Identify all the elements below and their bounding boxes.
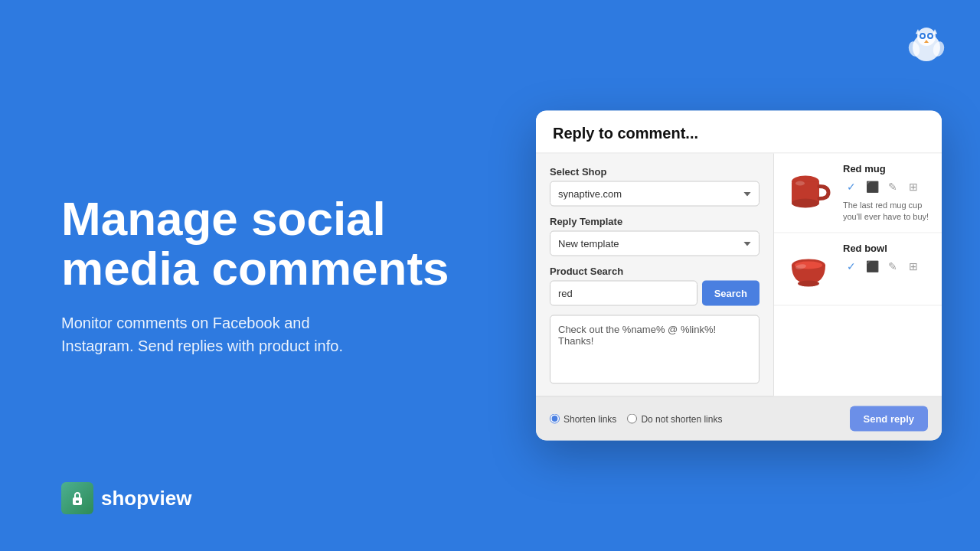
red-mug-image (782, 163, 835, 217)
product-item-red-mug: Red mug ✓ ⬛ ✎ ⊞ The last red mug cup you… (774, 154, 942, 233)
product-search-label: Product Search (550, 266, 760, 277)
search-button[interactable]: Search (702, 281, 760, 306)
svg-point-15 (792, 198, 819, 207)
reply-template-label: Reply Template (550, 216, 760, 227)
product-item-red-bowl: Red bowl ✓ ⬛ ✎ ⊞ (774, 233, 942, 305)
heading-line2: media comments (61, 242, 449, 295)
brand: shopview (61, 482, 191, 514)
dialog-title: Reply to comment... (553, 125, 925, 142)
grid-icon-bowl[interactable]: ⊞ (905, 257, 922, 274)
select-shop-label: Select Shop (550, 166, 760, 178)
copy-icon-bowl[interactable]: ⬛ (864, 257, 880, 274)
reply-template-field: Reply Template New template (550, 216, 760, 256)
product-name-red-bowl: Red bowl (843, 242, 934, 253)
dialog-card: Reply to comment... Select Shop synaptiv… (536, 111, 942, 441)
edit-icon-bowl[interactable]: ✎ (884, 257, 901, 274)
grid-icon-mug[interactable]: ⊞ (905, 178, 922, 195)
shorten-links-label: Shorten links (564, 413, 616, 424)
dialog-header: Reply to comment... (536, 111, 942, 154)
select-shop-dropdown[interactable]: synaptive.com (550, 181, 760, 207)
product-info-red-bowl: Red bowl ✓ ⬛ ✎ ⊞ (843, 242, 934, 279)
no-shorten-links-input[interactable] (627, 414, 637, 424)
check-icon-mug[interactable]: ✓ (843, 178, 860, 195)
no-shorten-links-label: Do not shorten links (641, 413, 722, 424)
product-desc-red-mug: The last red mug cup you'll ever have to… (843, 200, 934, 223)
reply-textarea[interactable]: Check out the %name% @ %link%! Thanks! (550, 315, 760, 384)
copy-icon-mug[interactable]: ⬛ (864, 178, 880, 195)
product-actions-red-mug: ✓ ⬛ ✎ ⊞ (843, 178, 934, 195)
product-search-field: Product Search Search (550, 266, 760, 306)
product-info-red-mug: Red mug ✓ ⬛ ✎ ⊞ The last red mug cup you… (843, 163, 934, 223)
sub-text: Monitor comments on Facebook and Instagr… (61, 311, 383, 357)
shorten-links-radio[interactable]: Shorten links (550, 413, 616, 424)
svg-point-16 (795, 181, 805, 185)
select-shop-field: Select Shop synaptive.com (550, 166, 760, 207)
svg-rect-12 (76, 500, 79, 503)
check-icon-bowl[interactable]: ✓ (843, 257, 860, 274)
product-actions-red-bowl: ✓ ⬛ ✎ ⊞ (843, 257, 934, 274)
main-heading: Manage social media comments (61, 194, 475, 293)
no-shorten-links-radio[interactable]: Do not shorten links (627, 413, 722, 424)
bottom-bar: Shorten links Do not shorten links Send … (536, 396, 942, 441)
form-area: Select Shop synaptive.com Reply Template… (536, 154, 773, 396)
svg-point-5 (929, 34, 932, 37)
product-name-red-mug: Red mug (843, 163, 934, 174)
send-reply-button[interactable]: Send reply (850, 406, 928, 432)
search-row: Search (550, 281, 760, 306)
svg-point-18 (798, 281, 819, 287)
shopview-icon (61, 482, 93, 514)
reply-template-dropdown[interactable]: New template (550, 231, 760, 256)
brand-name: shopview (101, 487, 191, 510)
edit-icon-mug[interactable]: ✎ (884, 178, 901, 195)
search-input[interactable] (550, 281, 697, 306)
left-section: Manage social media comments Monitor com… (61, 194, 475, 357)
radio-group: Shorten links Do not shorten links (550, 413, 722, 424)
hootsuite-logo (903, 23, 949, 68)
heading-line1: Manage social (61, 192, 386, 245)
svg-point-4 (921, 34, 924, 37)
product-list: Red mug ✓ ⬛ ✎ ⊞ The last red mug cup you… (773, 154, 942, 396)
dialog-body: Select Shop synaptive.com Reply Template… (536, 154, 942, 396)
red-bowl-image (782, 242, 835, 295)
shorten-links-input[interactable] (550, 414, 560, 424)
